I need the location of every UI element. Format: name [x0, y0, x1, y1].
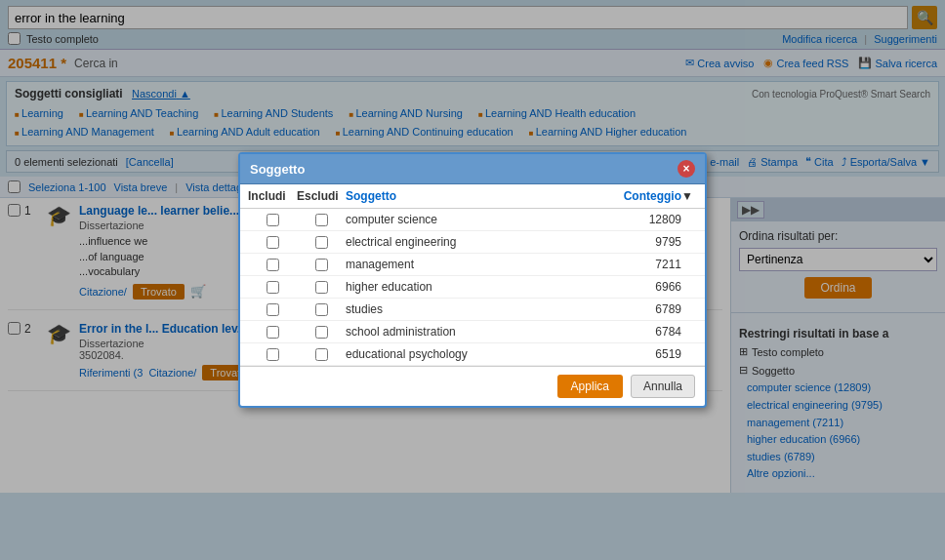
- annulla-btn[interactable]: Annulla: [631, 375, 695, 398]
- subject-count-3: 7211: [594, 258, 681, 271]
- soggetto-modal: Soggetto × Includi Escludi Soggetto Cont…: [238, 152, 707, 408]
- includi-check-2[interactable]: [267, 236, 279, 249]
- escludi-check-1[interactable]: [315, 214, 328, 226]
- subject-name-4: higher education: [346, 280, 594, 294]
- modal-row-7: educational psychology 6519: [240, 343, 705, 366]
- subject-count-6: 6784: [594, 325, 681, 339]
- col-includi-header: Includi: [248, 189, 297, 203]
- includi-check-6[interactable]: [267, 326, 279, 339]
- subject-name-1: computer science: [346, 213, 594, 226]
- subject-name-6: school administration: [346, 325, 594, 339]
- modal-row-2: electrical engineering 9795: [240, 231, 705, 254]
- modal-row-4: higher education 6966: [240, 276, 705, 299]
- subject-count-4: 6966: [594, 280, 681, 294]
- subject-count-5: 6789: [594, 302, 681, 316]
- escludi-check-3[interactable]: [315, 259, 328, 271]
- subject-name-7: educational psychology: [346, 347, 594, 361]
- applica-btn[interactable]: Applica: [557, 375, 623, 398]
- includi-check-7[interactable]: [267, 348, 279, 361]
- modal-row-3: management 7211: [240, 254, 705, 276]
- escludi-check-6[interactable]: [315, 326, 328, 339]
- col-soggetto-header[interactable]: Soggetto: [346, 189, 594, 203]
- modal-row-6: school administration 6784: [240, 321, 705, 343]
- modal-body: computer science 12809 electrical engine…: [240, 209, 705, 366]
- subject-count-2: 9795: [594, 235, 681, 249]
- col-escludi-header: Escludi: [297, 189, 346, 203]
- modal-title: Soggetto: [250, 162, 305, 177]
- modal-header: Soggetto ×: [240, 154, 705, 184]
- includi-check-1[interactable]: [267, 214, 279, 226]
- escludi-check-7[interactable]: [315, 348, 328, 361]
- sort-arrow: ▼: [681, 189, 697, 203]
- modal-close-btn[interactable]: ×: [678, 160, 695, 178]
- col-conteggio-header[interactable]: Conteggio: [594, 189, 681, 203]
- includi-check-4[interactable]: [267, 281, 279, 294]
- escludi-check-5[interactable]: [315, 303, 328, 316]
- modal-row-5: studies 6789: [240, 299, 705, 321]
- modal-overlay: Soggetto × Includi Escludi Soggetto Cont…: [0, 0, 945, 493]
- modal-table-header: Includi Escludi Soggetto Conteggio ▼: [240, 184, 705, 209]
- modal-footer: Applica Annulla: [240, 366, 705, 406]
- subject-count-1: 12809: [594, 213, 681, 226]
- includi-check-5[interactable]: [267, 303, 279, 316]
- modal-row-1: computer science 12809: [240, 209, 705, 231]
- subject-name-3: management: [346, 258, 594, 271]
- includi-check-3[interactable]: [267, 259, 279, 271]
- subject-name-2: electrical engineering: [346, 235, 594, 249]
- subject-count-7: 6519: [594, 347, 681, 361]
- escludi-check-4[interactable]: [315, 281, 328, 294]
- subject-name-5: studies: [346, 302, 594, 316]
- escludi-check-2[interactable]: [315, 236, 328, 249]
